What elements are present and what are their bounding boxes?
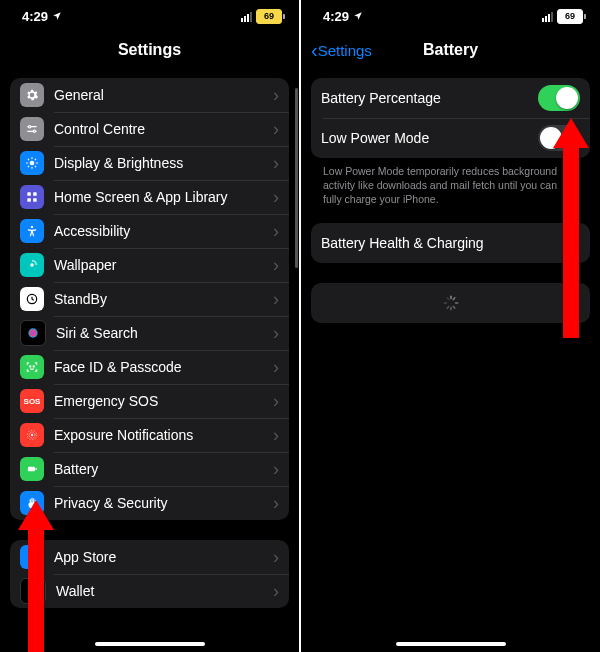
battery-percentage-toggle[interactable]	[538, 85, 580, 111]
row-label: Accessibility	[54, 223, 267, 239]
chevron-right-icon: ›	[273, 86, 279, 104]
chevron-right-icon: ›	[273, 494, 279, 512]
cellular-icon	[241, 11, 252, 22]
chevron-right-icon: ›	[273, 460, 279, 478]
clock-icon	[20, 287, 44, 311]
home-indicator[interactable]	[95, 642, 205, 646]
svg-line-41	[447, 297, 449, 299]
accessibility-icon	[20, 219, 44, 243]
status-bar: 4:29 69	[301, 0, 600, 32]
chevron-right-icon: ›	[273, 548, 279, 566]
battery-row-icon	[20, 457, 44, 481]
battery-icon: 69	[256, 9, 285, 24]
row-label: StandBy	[54, 291, 267, 307]
row-label: Control Centre	[54, 121, 267, 137]
svg-line-37	[453, 306, 455, 308]
row-label: App Store	[54, 549, 267, 565]
cellular-icon	[542, 11, 553, 22]
svg-line-12	[35, 166, 36, 167]
settings-row-siri[interactable]: Siri & Search ›	[10, 316, 289, 350]
settings-row-general[interactable]: General ›	[10, 78, 289, 112]
row-label: Display & Brightness	[54, 155, 267, 171]
svg-point-24	[33, 366, 34, 367]
chevron-right-icon: ›	[273, 222, 279, 240]
page-title: Battery	[423, 41, 478, 59]
settings-row-sos[interactable]: SOS Emergency SOS ›	[10, 384, 289, 418]
row-label: Home Screen & App Library	[54, 189, 267, 205]
svg-line-13	[28, 166, 29, 167]
sliders-icon	[20, 117, 44, 141]
row-label: Emergency SOS	[54, 393, 267, 409]
row-label: Wallet	[56, 583, 267, 599]
settings-screen: 4:29 69 Settings General ›	[0, 0, 299, 652]
row-label: Face ID & Passcode	[54, 359, 267, 375]
battery-icon: 69	[557, 9, 586, 24]
brightness-icon	[20, 151, 44, 175]
chevron-right-icon: ›	[273, 358, 279, 376]
row-label: Battery Percentage	[321, 90, 538, 106]
row-label: Battery	[54, 461, 267, 477]
svg-point-0	[29, 126, 31, 128]
page-title: Settings	[118, 41, 181, 59]
svg-rect-29	[36, 468, 37, 470]
siri-icon	[20, 320, 46, 346]
row-label: Privacy & Security	[54, 495, 267, 511]
settings-row-faceid[interactable]: Face ID & Passcode ›	[10, 350, 289, 384]
status-bar: 4:29 69	[0, 0, 299, 32]
gear-icon	[20, 83, 44, 107]
chevron-right-icon: ›	[273, 392, 279, 410]
settings-row-exposure[interactable]: Exposure Notifications ›	[10, 418, 289, 452]
svg-point-3	[33, 130, 35, 132]
settings-row-wallpaper[interactable]: Wallpaper ›	[10, 248, 289, 282]
svg-marker-42	[553, 118, 589, 338]
battery-screen: 4:29 69 ‹ Settings Battery	[299, 0, 600, 652]
svg-point-23	[30, 366, 31, 367]
settings-row-standby[interactable]: StandBy ›	[10, 282, 289, 316]
svg-rect-18	[33, 198, 37, 202]
status-time: 4:29	[22, 9, 48, 24]
chevron-left-icon: ‹	[311, 40, 318, 60]
row-label: General	[54, 87, 267, 103]
chevron-right-icon: ›	[273, 188, 279, 206]
svg-rect-16	[33, 192, 37, 196]
faceid-icon	[20, 355, 44, 379]
home-indicator[interactable]	[396, 642, 506, 646]
svg-line-35	[453, 297, 455, 299]
row-label: Low Power Mode	[321, 130, 538, 146]
svg-line-14	[35, 159, 36, 160]
nav-header: Settings	[0, 32, 299, 68]
location-icon	[52, 9, 62, 24]
annotation-arrow-left	[14, 500, 74, 652]
scroll-indicator[interactable]	[295, 88, 298, 268]
svg-rect-28	[28, 467, 35, 472]
svg-line-11	[28, 159, 29, 160]
svg-point-22	[28, 328, 37, 337]
back-label: Settings	[318, 42, 372, 59]
svg-point-20	[30, 263, 34, 267]
settings-row-accessibility[interactable]: Accessibility ›	[10, 214, 289, 248]
spinner-icon	[442, 294, 460, 312]
chevron-right-icon: ›	[273, 324, 279, 342]
annotation-arrow-right	[549, 118, 600, 338]
row-battery-percentage[interactable]: Battery Percentage	[311, 78, 590, 118]
settings-row-control-centre[interactable]: Control Centre ›	[10, 112, 289, 146]
wallpaper-icon	[20, 253, 44, 277]
settings-row-home-screen[interactable]: Home Screen & App Library ›	[10, 180, 289, 214]
row-label: Siri & Search	[56, 325, 267, 341]
status-time: 4:29	[323, 9, 349, 24]
chevron-right-icon: ›	[273, 290, 279, 308]
nav-header: ‹ Settings Battery	[301, 32, 600, 68]
chevron-right-icon: ›	[273, 426, 279, 444]
chevron-right-icon: ›	[273, 120, 279, 138]
sos-icon: SOS	[20, 389, 44, 413]
svg-point-6	[30, 161, 35, 166]
settings-row-display[interactable]: Display & Brightness ›	[10, 146, 289, 180]
chevron-right-icon: ›	[273, 582, 279, 600]
chevron-right-icon: ›	[273, 154, 279, 172]
settings-row-battery[interactable]: Battery ›	[10, 452, 289, 486]
back-button[interactable]: ‹ Settings	[311, 40, 372, 60]
svg-line-39	[447, 306, 449, 308]
row-label: Battery Health & Charging	[321, 235, 568, 251]
svg-rect-15	[27, 192, 31, 196]
location-icon	[353, 9, 363, 24]
